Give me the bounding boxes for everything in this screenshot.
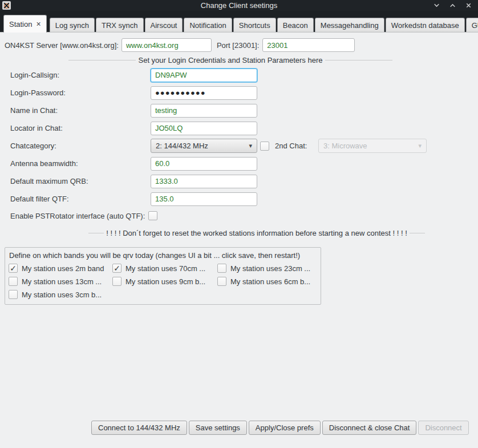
window-title: Change Client seetings	[0, 1, 478, 10]
default-filter-qtf-input[interactable]	[151, 192, 257, 206]
band-3cm-checkbox[interactable]: ✓	[9, 290, 18, 299]
station-tab-panel: ON4KST Server [www.on4kst.org]: Port [23…	[0, 32, 478, 447]
tab-label: Beacon	[283, 21, 308, 30]
band-label: My station uses 23cm ...	[230, 264, 310, 273]
band-70cm-item: ✓ My station uses 70cm ...	[112, 264, 217, 273]
selected-value: 2: 144/432 MHz	[156, 142, 208, 150]
chatcategory-select[interactable]: 2: 144/432 MHz ▾	[151, 139, 257, 153]
apply-close-prefs-button[interactable]: Apply/Close prefs	[249, 421, 321, 435]
band-23cm-checkbox[interactable]: ✓	[217, 264, 226, 273]
second-chat-group: ✓ 2nd Chat: 3: Microwave ▾	[257, 137, 478, 155]
tab-notification[interactable]: Notification	[184, 18, 232, 33]
chat-name-input[interactable]	[151, 104, 257, 118]
tab-label: Workedstn database	[391, 21, 459, 30]
station-form: Login-Callsign: Login-Password: Name in …	[0, 66, 478, 223]
chatcategory-label: Chatcategory:	[10, 137, 151, 155]
login-password-input[interactable]	[151, 86, 257, 100]
server-label: ON4KST Server [www.on4kst.org]:	[5, 41, 119, 50]
tab-shortcuts[interactable]: Shortcuts	[233, 18, 276, 33]
band-6cm-checkbox[interactable]: ✓	[217, 277, 226, 286]
close-icon	[465, 2, 472, 9]
tab-label: Log synch	[55, 21, 89, 30]
connect-button[interactable]: Connect to 144/432 MHz	[91, 421, 187, 435]
bands-grid: ✓ My station uses 2m band ✓ My station u…	[9, 264, 317, 299]
band-label: My station uses 70cm ...	[125, 264, 205, 273]
settings-window: Change Client seetings Station ×	[0, 0, 478, 448]
tab-messagehandling[interactable]: Messagehandling	[315, 18, 384, 33]
tab-label: TRX synch	[102, 21, 138, 30]
window-controls	[432, 2, 478, 10]
band-23cm-item: ✓ My station uses 23cm ...	[217, 264, 317, 273]
second-chat-checkbox[interactable]: ✓	[260, 142, 269, 151]
checkmark-icon: ✓	[114, 264, 120, 272]
tab-trx-synch[interactable]: TRX synch	[96, 18, 144, 33]
tab-label: Notification	[189, 21, 226, 30]
band-2m-item: ✓ My station uses 2m band	[9, 264, 112, 273]
bottom-button-bar: Connect to 144/432 MHz Save settings App…	[91, 421, 469, 435]
selected-value: 3: Microwave	[323, 142, 367, 150]
pstrotator-checkbox[interactable]: ✓	[148, 211, 157, 220]
tab-beacon[interactable]: Beacon	[277, 18, 314, 33]
chevron-down-icon	[433, 2, 440, 9]
pstrotator-label: Enable PSTRotator interface (auto QTF):	[10, 212, 145, 220]
tab-log-synch[interactable]: Log synch	[50, 18, 95, 33]
band-70cm-checkbox[interactable]: ✓	[112, 264, 121, 273]
bands-group-title: Define on which bands you will be qrv to…	[9, 251, 317, 260]
login-password-label: Login-Password:	[10, 84, 151, 102]
divider-line	[325, 60, 392, 60]
port-label: Port [23001]:	[217, 41, 259, 50]
antenna-beamwidth-label: Antenna beamwidth:	[10, 155, 151, 172]
warning-text: ! ! ! ! Don´t forget to reset the worked…	[104, 229, 409, 237]
chevron-down-icon: ▾	[249, 142, 252, 150]
tab-station[interactable]: Station ×	[3, 15, 47, 33]
default-max-qrb-label: Default maximum QRB:	[10, 172, 151, 190]
disconnect-close-chat-button[interactable]: Disconnect & close Chat	[322, 421, 417, 435]
server-input[interactable]	[121, 38, 212, 52]
minimize-button[interactable]	[432, 2, 440, 10]
tab-airscout[interactable]: Airscout	[145, 18, 183, 33]
band-label: My station uses 2m band	[22, 264, 104, 273]
tab-workedstn-database[interactable]: Workedstn database	[386, 18, 465, 33]
tab-label: Airscout	[151, 21, 177, 30]
tab-label: GUI	[472, 21, 478, 30]
divider-line	[88, 233, 104, 233]
titlebar: Change Client seetings	[0, 0, 478, 11]
tab-label: Station	[9, 20, 32, 29]
band-2m-checkbox[interactable]: ✓	[9, 264, 18, 273]
chat-locator-input[interactable]	[151, 122, 257, 135]
band-9cm-checkbox[interactable]: ✓	[112, 277, 121, 286]
tab-label: Messagehandling	[321, 21, 379, 30]
default-filter-qtf-label: Default filter QTF:	[10, 190, 151, 208]
login-callsign-label: Login-Callsign:	[10, 66, 151, 84]
divider-text: Set your Login Credentials and Station P…	[136, 56, 325, 64]
maximize-button[interactable]	[448, 2, 456, 10]
band-label: My station uses 6cm b...	[230, 277, 310, 286]
tab-close-icon[interactable]: ×	[36, 20, 40, 28]
close-button[interactable]	[464, 2, 472, 10]
checkmark-icon: ✓	[10, 264, 17, 272]
chevron-up-icon	[449, 2, 456, 9]
save-settings-button[interactable]: Save settings	[189, 421, 247, 435]
band-9cm-item: ✓ My station uses 9cm b...	[112, 277, 217, 286]
port-input[interactable]	[262, 38, 355, 52]
band-3cm-item: ✓ My station uses 3cm b...	[9, 290, 112, 299]
tab-gui[interactable]: GUI	[466, 18, 478, 33]
band-13cm-checkbox[interactable]: ✓	[9, 277, 18, 286]
login-callsign-input[interactable]	[151, 68, 257, 82]
second-chat-label: 2nd Chat:	[275, 142, 310, 150]
bands-groupbox: Define on which bands you will be qrv to…	[5, 247, 321, 305]
tab-label: Shortcuts	[239, 21, 270, 30]
band-6cm-item: ✓ My station uses 6cm b...	[217, 277, 317, 286]
chat-locator-label: Locator in Chat:	[10, 119, 151, 137]
second-chat-select: 3: Microwave ▾	[318, 139, 427, 153]
divider-line	[410, 233, 425, 233]
tab-bar: Station × Log synch TRX synch Airscout N…	[0, 11, 478, 33]
band-label: My station uses 9cm b...	[125, 277, 205, 286]
default-max-qrb-input[interactable]	[151, 175, 257, 188]
chevron-down-icon: ▾	[418, 142, 422, 150]
disconnect-button: Disconnect	[418, 421, 468, 435]
server-row: ON4KST Server [www.on4kst.org]: Port [23…	[0, 38, 478, 53]
antenna-beamwidth-input[interactable]	[151, 157, 257, 171]
divider-line	[68, 60, 136, 60]
credentials-section-divider: Set your Login Credentials and Station P…	[68, 56, 392, 64]
